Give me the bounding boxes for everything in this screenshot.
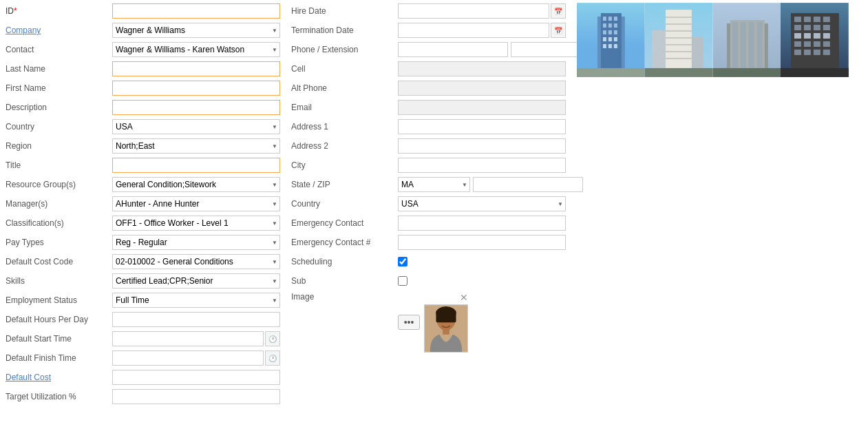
svg-rect-11 [608,17,612,21]
first-name-input[interactable]: Watson [112,81,280,96]
default-cost-link[interactable]: Default Cost [6,373,51,382]
svg-rect-60 [794,41,801,47]
company-link[interactable]: Company [6,25,41,35]
id-input[interactable]: 5 [112,3,280,19]
default-cost-code-label: Default Cost Code [6,257,112,266]
first-name-label: First Name [6,83,112,93]
svg-rect-35 [666,51,692,52]
default-finish-label: Default Finish Time [6,353,112,363]
alt-phone-label: Alt Phone [291,83,398,93]
svg-rect-56 [794,33,801,39]
sub-checkbox[interactable] [398,276,407,286]
hire-date-input[interactable]: Jan-01-2010 [398,3,549,19]
svg-rect-53 [804,25,811,30]
skills-select[interactable]: Certified Lead;CPR;Senior [112,273,280,289]
svg-rect-43 [748,22,754,70]
emergency-contact-num-input[interactable]: 888-888-8888 [398,235,566,250]
svg-rect-19 [603,37,606,41]
city-input[interactable]: Boston [398,158,566,173]
pay-types-select[interactable]: Reg - Regular [112,235,280,250]
employment-status-select[interactable]: Full Time [112,293,280,308]
contact-select[interactable]: Wagner & Williams - Karen Watson [112,42,280,57]
svg-rect-4 [443,329,449,335]
employment-status-label: Employment Status [6,295,112,305]
resource-groups-label: Resource Group(s) [6,180,112,189]
alt-phone-input[interactable]: 888-888-8888 [398,81,566,96]
svg-rect-52 [794,25,801,30]
clock-icon-start[interactable]: 🕐 [265,331,280,346]
building-1-image [577,3,645,77]
svg-rect-48 [794,17,801,22]
hire-date-label: Hire Date [291,6,398,16]
svg-rect-67 [823,50,830,55]
svg-rect-14 [608,23,612,28]
address1-input[interactable]: 55 Main Street [398,119,566,134]
region-select[interactable]: North;East [112,138,280,154]
svg-rect-9 [601,13,622,72]
skills-label: Skills [6,276,112,286]
managers-select[interactable]: AHunter - Anne Hunter [112,196,280,211]
svg-rect-18 [614,30,617,34]
scheduling-label: Scheduling [291,257,398,266]
svg-rect-25 [577,68,645,77]
termination-date-input[interactable] [398,23,549,38]
svg-rect-54 [814,25,821,30]
default-cost-input[interactable]: $30.00 [112,370,280,385]
target-utilization-label: Target Utilization % [6,392,112,401]
image-dots-button[interactable]: ••• [398,315,420,330]
state-select[interactable]: MA [398,177,470,192]
termination-date-label: Termination Date [291,25,398,35]
country-label-left: Country [6,122,112,132]
svg-rect-28 [690,37,703,72]
default-hours-label: Default Hours Per Day [6,315,112,324]
image-close-button[interactable]: ✕ [460,292,468,303]
svg-rect-59 [823,33,830,39]
emergency-contact-num-label: Emergency Contact # [291,238,398,247]
default-start-label: Default Start Time [6,334,112,344]
country-select-middle[interactable]: USA [398,196,566,211]
last-name-input[interactable]: Karen [112,61,280,76]
svg-rect-64 [794,50,801,55]
address2-label: Address 2 [291,141,398,151]
company-select[interactable]: Wagner & Williams [112,23,280,38]
resource-groups-select[interactable]: General Condition;Sitework [112,177,280,192]
svg-rect-16 [603,30,606,34]
email-label: Email [291,103,398,112]
managers-label: Manager(s) [6,199,112,209]
svg-rect-32 [666,30,692,32]
phone-input[interactable]: 888-888-8888 [398,42,508,57]
svg-rect-30 [666,17,692,18]
contact-label: Contact [6,45,112,54]
description-input[interactable]: Karen Watson [112,100,280,115]
address2-input[interactable]: Apt. 24 [398,138,566,154]
svg-rect-12 [614,17,617,21]
emergency-contact-label: Emergency Contact [291,218,398,228]
svg-rect-21 [614,37,617,41]
default-hours-input[interactable]: 8.00 [112,312,280,327]
target-utilization-input[interactable]: 80.00% [112,389,280,404]
svg-rect-66 [814,50,821,55]
classifications-select[interactable]: OFF1 - Office Worker - Level 1 [112,216,280,231]
title-input[interactable]: Program Manager [112,158,280,173]
default-cost-code-select[interactable]: 02-010002 - General Conditions [112,254,280,269]
calendar-icon-hire[interactable]: 📅 [551,3,566,19]
scheduling-checkbox[interactable] [398,257,407,266]
svg-rect-57 [804,33,811,39]
country-select-left[interactable]: USA [112,119,280,134]
city-label: City [291,160,398,170]
company-label: Company [6,25,112,35]
svg-point-5 [441,319,443,322]
default-start-input[interactable]: 8:00 AM [112,331,264,346]
svg-rect-29 [666,10,692,72]
clock-icon-finish[interactable]: 🕐 [265,350,280,366]
default-finish-input[interactable]: 5:00 PM [112,350,264,366]
zip-input[interactable]: 01800 [473,177,583,192]
calendar-icon-termination[interactable]: 📅 [551,23,566,38]
pay-types-label: Pay Types [6,238,112,247]
emergency-contact-input[interactable]: Carol Smith [398,216,566,231]
svg-rect-42 [740,22,745,70]
cell-input[interactable]: 888-888-8888 [398,61,566,76]
svg-rect-10 [603,17,606,21]
svg-rect-22 [603,44,606,48]
email-input[interactable]: karen@wagner.com [398,100,566,115]
